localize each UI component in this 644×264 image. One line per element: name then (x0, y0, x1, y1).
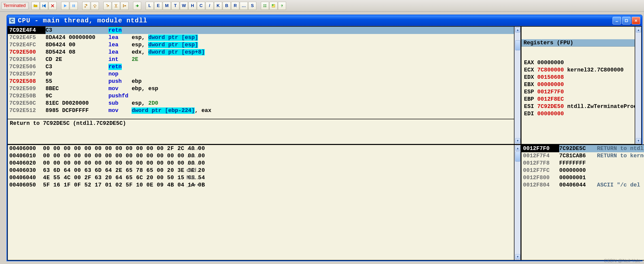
svg-point-4 (108, 5, 109, 6)
step-over-button[interactable] (91, 2, 99, 10)
view-run-trace-button[interactable]: … (240, 2, 248, 10)
stack-row[interactable]: 0012F80400406044ASCII "/c del " (521, 181, 644, 189)
disasm-scrollbar[interactable]: ▲ ▼ (514, 26, 521, 144)
scroll-thumb[interactable] (515, 40, 520, 50)
disasm-row[interactable]: 7C92E50B9Cpushfd (8, 92, 514, 100)
scroll-up-icon[interactable]: ▲ (515, 27, 520, 32)
register-line: ECX 7C800000 kernel32.7C800000 (521, 66, 635, 74)
maximize-button[interactable] (622, 17, 631, 24)
dump-row[interactable]: 0040603063 6D 64 00 63 6D 64 2E 65 78 65… (8, 167, 514, 174)
scroll-down-icon[interactable]: ▼ (515, 138, 520, 143)
options-button[interactable] (261, 2, 269, 10)
scroll-thumb[interactable] (515, 152, 520, 162)
view-callstack-button[interactable]: K (214, 2, 222, 10)
view-handles-button[interactable]: H (188, 2, 196, 10)
disasm-row[interactable]: 7C92E4F4C3retn (8, 27, 514, 34)
stack-row[interactable]: 0012F7FC00000000 (521, 167, 644, 174)
stack-row[interactable]: 0012F80000000001 (521, 174, 644, 181)
dump-scrollbar[interactable]: ▲ ▼ (514, 144, 521, 260)
svg-point-2 (85, 7, 86, 7)
register-line: EBP 0012F8EC (521, 96, 635, 103)
svg-rect-9 (265, 4, 266, 5)
disasm-row[interactable]: 7C92E5128985 DCFDFFFFmov dword ptr [ebp-… (8, 107, 514, 114)
disassembly-pane[interactable]: 7C92E4F4C3retn7C92E4F58DA424 00000000lea… (7, 26, 514, 144)
window-icon: C (9, 17, 15, 24)
trace-into-button[interactable] (103, 2, 111, 10)
register-line: EDI 00000000 (521, 110, 635, 118)
dump-row[interactable]: 0040601000 00 00 00 00 00 00 00 00 00 00… (8, 152, 514, 160)
view-source-button[interactable]: S (248, 2, 256, 10)
registers-scrollbar[interactable]: ▲ ▼ (635, 26, 642, 144)
svg-rect-12 (272, 4, 273, 6)
registers-pane[interactable]: Registers (FPU) EAX 00000000ECX 7C800000… (521, 26, 635, 144)
register-line: ESP 0012F7F0 (521, 88, 635, 96)
dump-row[interactable]: 004060505F 16 1F 0F 52 17 01 02 5F 10 0E… (8, 181, 514, 189)
goto-button[interactable] (133, 2, 141, 10)
minimize-button[interactable] (613, 17, 621, 24)
close-proc-button[interactable] (49, 2, 57, 10)
dump-row[interactable]: 0040602000 00 00 00 00 00 00 00 00 00 00… (8, 160, 514, 167)
trace-over-button[interactable] (112, 2, 120, 10)
stack-row[interactable]: 0012F7F8FFFFFFFF (521, 160, 644, 167)
view-log-button[interactable]: L (146, 2, 154, 10)
dump-row[interactable]: 0040600000 00 00 00 00 00 00 00 00 00 00… (8, 145, 514, 152)
svg-rect-1 (74, 4, 75, 7)
svg-point-5 (116, 5, 116, 6)
svg-rect-8 (264, 6, 265, 7)
view-windows-button[interactable]: W (180, 2, 188, 10)
register-line: EBX 00000000 (521, 81, 635, 88)
cpu-window: C CPU - main thread, module ntdll 7C92E4… (7, 15, 642, 261)
disasm-row[interactable]: 7C92E4FC8D6424 00lea esp, dword ptr [esp… (8, 41, 514, 49)
svg-rect-14 (616, 21, 618, 22)
scroll-up-icon[interactable]: ▲ (515, 146, 520, 151)
view-references-button[interactable]: R (231, 2, 239, 10)
registers-header: Registers (FPU) (521, 39, 635, 47)
appearance-button[interactable] (269, 2, 277, 10)
view-memory-button[interactable]: M (163, 2, 171, 10)
view-patches-button[interactable]: / (206, 2, 214, 10)
stack-pane[interactable]: 0012F7F07C92DE5CRETURN to ntdll.7C92DE5C… (521, 144, 644, 260)
register-line: EAX 00000000 (521, 59, 635, 66)
svg-rect-10 (265, 6, 266, 7)
view-breakpoints-button[interactable]: B (223, 2, 231, 10)
disasm-row[interactable]: 7C92E504CD 2Eint 2E (8, 56, 514, 63)
disasm-row[interactable]: 7C92E4F58DA424 00000000lea esp, dword pt… (8, 34, 514, 41)
view-cpu-button[interactable]: C (197, 2, 205, 10)
disasm-row[interactable]: 7C92E50855push ebp (8, 78, 514, 85)
dump-row[interactable]: 004060404E 55 4C 00 2F 63 20 64 65 6C 20… (8, 174, 514, 181)
restart-button[interactable] (40, 2, 48, 10)
svg-rect-7 (264, 4, 265, 5)
scroll-down-icon[interactable]: ▼ (515, 254, 520, 259)
scroll-down-icon[interactable]: ▼ (636, 138, 641, 143)
open-button[interactable] (31, 2, 39, 10)
main-toolbar: Terminated L E M T W H C / K B R … S ? (0, 0, 644, 12)
window-title: CPU - main thread, module ntdll (18, 17, 613, 24)
watermark: CSDN @Neil-Yale (604, 258, 640, 263)
execute-till-return-button[interactable] (120, 2, 129, 10)
disasm-row[interactable]: 7C92E5008D5424 08lea edx, dword ptr [esp… (8, 49, 514, 56)
debug-status: Terminated (2, 2, 28, 9)
titlebar[interactable]: C CPU - main thread, module ntdll (7, 15, 642, 26)
window-close-button[interactable] (632, 17, 640, 24)
view-threads-button[interactable]: T (171, 2, 179, 10)
stack-row[interactable]: 0012F7F47C81CAB6RETURN to kernel32.7C81C… (521, 152, 644, 160)
svg-point-3 (95, 7, 95, 7)
help-button[interactable]: ? (278, 2, 286, 10)
svg-text:?: ? (281, 4, 283, 8)
disassembly-info: Return to 7C92DE5C (ntdll.7C92DE5C) (8, 119, 514, 144)
view-modules-button[interactable]: E (154, 2, 162, 10)
disasm-row[interactable]: 7C92E50790nop (8, 70, 514, 78)
svg-point-6 (125, 5, 126, 6)
svg-rect-15 (625, 19, 627, 22)
register-line: EDX 00150608 (521, 74, 635, 81)
disasm-row[interactable]: 7C92E506C3retn (8, 63, 514, 70)
run-button[interactable] (61, 2, 69, 10)
scroll-up-icon[interactable]: ▲ (636, 27, 641, 32)
stack-row[interactable]: 0012F7F07C92DE5CRETURN to ntdll.7C92DE5C (521, 145, 644, 152)
pause-button[interactable] (70, 2, 78, 10)
step-into-button[interactable] (82, 2, 90, 10)
disasm-row[interactable]: 7C92E5098BECmov ebp, esp (8, 85, 514, 92)
register-line: ESI 7C92DE50 ntdll.ZwTerminateProcess (521, 103, 635, 110)
hex-dump-pane[interactable]: 0040600000 00 00 00 00 00 00 00 00 00 00… (7, 144, 514, 260)
disasm-row[interactable]: 7C92E50C81EC D0020000sub esp, 2D0 (8, 100, 514, 107)
